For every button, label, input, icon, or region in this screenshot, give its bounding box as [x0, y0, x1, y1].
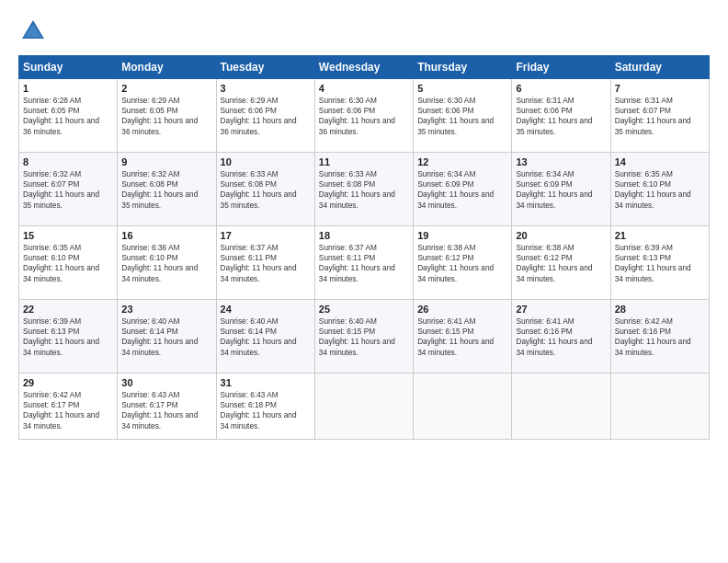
day-number: 26 — [417, 304, 507, 315]
day-number: 3 — [221, 83, 311, 94]
day-info: Sunrise: 6:37 AMSunset: 6:11 PMDaylight:… — [221, 243, 311, 284]
calendar-week-row: 1Sunrise: 6:28 AMSunset: 6:05 PMDaylight… — [19, 79, 710, 153]
day-number: 11 — [319, 156, 409, 167]
calendar-cell — [512, 373, 610, 440]
calendar-cell — [414, 373, 512, 440]
day-info: Sunrise: 6:31 AMSunset: 6:06 PMDaylight:… — [516, 96, 606, 137]
calendar-cell: 12Sunrise: 6:34 AMSunset: 6:09 PMDayligh… — [414, 153, 512, 226]
calendar-week-row: 8Sunrise: 6:32 AMSunset: 6:07 PMDaylight… — [19, 153, 710, 226]
day-info: Sunrise: 6:28 AMSunset: 6:05 PMDaylight:… — [23, 96, 113, 137]
day-info: Sunrise: 6:43 AMSunset: 6:17 PMDaylight:… — [121, 390, 211, 431]
logo-icon — [18, 17, 48, 46]
day-number: 5 — [417, 83, 507, 94]
calendar-cell — [314, 373, 413, 440]
calendar-cell: 1Sunrise: 6:28 AMSunset: 6:05 PMDaylight… — [19, 79, 118, 153]
calendar-cell: 15Sunrise: 6:35 AMSunset: 6:10 PMDayligh… — [19, 226, 118, 300]
day-number: 30 — [121, 377, 211, 388]
day-info: Sunrise: 6:32 AMSunset: 6:07 PMDaylight:… — [23, 169, 113, 211]
calendar-cell: 2Sunrise: 6:29 AMSunset: 6:05 PMDaylight… — [118, 79, 216, 153]
calendar-cell: 5Sunrise: 6:30 AMSunset: 6:06 PMDaylight… — [414, 79, 512, 153]
day-number: 7 — [615, 83, 705, 94]
calendar-cell: 4Sunrise: 6:30 AMSunset: 6:06 PMDaylight… — [314, 79, 413, 153]
calendar-cell: 30Sunrise: 6:43 AMSunset: 6:17 PMDayligh… — [118, 373, 216, 440]
calendar-cell — [610, 373, 709, 440]
day-info: Sunrise: 6:40 AMSunset: 6:15 PMDaylight:… — [319, 316, 409, 358]
calendar-header-wednesday: Wednesday — [314, 56, 413, 79]
header — [18, 17, 710, 46]
day-info: Sunrise: 6:35 AMSunset: 6:10 PMDaylight:… — [615, 169, 705, 211]
day-info: Sunrise: 6:38 AMSunset: 6:12 PMDaylight:… — [516, 243, 606, 284]
day-number: 29 — [23, 377, 113, 388]
calendar-table: SundayMondayTuesdayWednesdayThursdayFrid… — [18, 55, 710, 440]
calendar-cell: 9Sunrise: 6:32 AMSunset: 6:08 PMDaylight… — [118, 153, 216, 226]
day-info: Sunrise: 6:36 AMSunset: 6:10 PMDaylight:… — [121, 243, 211, 284]
day-number: 18 — [319, 230, 409, 241]
day-number: 23 — [121, 304, 211, 315]
day-number: 13 — [516, 156, 606, 167]
page: SundayMondayTuesdayWednesdayThursdayFrid… — [0, 0, 728, 563]
day-number: 10 — [221, 156, 311, 167]
calendar-week-row: 22Sunrise: 6:39 AMSunset: 6:13 PMDayligh… — [19, 300, 710, 373]
calendar-cell: 11Sunrise: 6:33 AMSunset: 6:08 PMDayligh… — [314, 153, 413, 226]
day-info: Sunrise: 6:34 AMSunset: 6:09 PMDaylight:… — [417, 169, 507, 211]
calendar-cell: 19Sunrise: 6:38 AMSunset: 6:12 PMDayligh… — [414, 226, 512, 300]
day-info: Sunrise: 6:42 AMSunset: 6:16 PMDaylight:… — [615, 316, 705, 358]
day-number: 27 — [516, 304, 606, 315]
calendar-cell: 16Sunrise: 6:36 AMSunset: 6:10 PMDayligh… — [118, 226, 216, 300]
day-number: 9 — [121, 156, 211, 167]
calendar-header-tuesday: Tuesday — [216, 56, 314, 79]
day-info: Sunrise: 6:34 AMSunset: 6:09 PMDaylight:… — [516, 169, 606, 211]
day-info: Sunrise: 6:39 AMSunset: 6:13 PMDaylight:… — [23, 316, 113, 358]
calendar-cell: 28Sunrise: 6:42 AMSunset: 6:16 PMDayligh… — [610, 300, 709, 373]
day-info: Sunrise: 6:38 AMSunset: 6:12 PMDaylight:… — [417, 243, 507, 284]
day-info: Sunrise: 6:40 AMSunset: 6:14 PMDaylight:… — [221, 316, 311, 358]
day-info: Sunrise: 6:39 AMSunset: 6:13 PMDaylight:… — [615, 243, 705, 284]
calendar-header-saturday: Saturday — [610, 56, 709, 79]
day-number: 22 — [23, 304, 113, 315]
day-info: Sunrise: 6:40 AMSunset: 6:14 PMDaylight:… — [121, 316, 211, 358]
day-number: 28 — [615, 304, 705, 315]
day-info: Sunrise: 6:29 AMSunset: 6:05 PMDaylight:… — [121, 96, 211, 137]
calendar-cell: 14Sunrise: 6:35 AMSunset: 6:10 PMDayligh… — [610, 153, 709, 226]
calendar-cell: 20Sunrise: 6:38 AMSunset: 6:12 PMDayligh… — [512, 226, 610, 300]
day-number: 6 — [516, 83, 606, 94]
day-info: Sunrise: 6:33 AMSunset: 6:08 PMDaylight:… — [319, 169, 409, 211]
calendar-week-row: 15Sunrise: 6:35 AMSunset: 6:10 PMDayligh… — [19, 226, 710, 300]
calendar-week-row: 29Sunrise: 6:42 AMSunset: 6:17 PMDayligh… — [19, 373, 710, 440]
day-number: 16 — [121, 230, 211, 241]
calendar-cell: 23Sunrise: 6:40 AMSunset: 6:14 PMDayligh… — [118, 300, 216, 373]
calendar-cell: 6Sunrise: 6:31 AMSunset: 6:06 PMDaylight… — [512, 79, 610, 153]
day-info: Sunrise: 6:29 AMSunset: 6:06 PMDaylight:… — [221, 96, 311, 137]
day-number: 31 — [221, 377, 311, 388]
calendar-cell: 27Sunrise: 6:41 AMSunset: 6:16 PMDayligh… — [512, 300, 610, 373]
calendar-cell: 18Sunrise: 6:37 AMSunset: 6:11 PMDayligh… — [314, 226, 413, 300]
day-number: 4 — [319, 83, 409, 94]
calendar-cell: 24Sunrise: 6:40 AMSunset: 6:14 PMDayligh… — [216, 300, 314, 373]
calendar-cell: 29Sunrise: 6:42 AMSunset: 6:17 PMDayligh… — [19, 373, 118, 440]
day-info: Sunrise: 6:31 AMSunset: 6:07 PMDaylight:… — [615, 96, 705, 137]
day-info: Sunrise: 6:43 AMSunset: 6:18 PMDaylight:… — [221, 390, 311, 431]
day-number: 15 — [23, 230, 113, 241]
day-info: Sunrise: 6:30 AMSunset: 6:06 PMDaylight:… — [417, 96, 507, 137]
calendar-cell: 21Sunrise: 6:39 AMSunset: 6:13 PMDayligh… — [610, 226, 709, 300]
calendar-cell: 22Sunrise: 6:39 AMSunset: 6:13 PMDayligh… — [19, 300, 118, 373]
calendar-header-friday: Friday — [512, 56, 610, 79]
calendar-cell: 8Sunrise: 6:32 AMSunset: 6:07 PMDaylight… — [19, 153, 118, 226]
calendar-cell: 26Sunrise: 6:41 AMSunset: 6:15 PMDayligh… — [414, 300, 512, 373]
day-number: 21 — [615, 230, 705, 241]
day-number: 19 — [417, 230, 507, 241]
day-number: 1 — [23, 83, 113, 94]
day-info: Sunrise: 6:30 AMSunset: 6:06 PMDaylight:… — [319, 96, 409, 137]
calendar-cell: 7Sunrise: 6:31 AMSunset: 6:07 PMDaylight… — [610, 79, 709, 153]
calendar-header-sunday: Sunday — [19, 56, 118, 79]
calendar-header-thursday: Thursday — [414, 56, 512, 79]
day-number: 24 — [221, 304, 311, 315]
day-info: Sunrise: 6:41 AMSunset: 6:15 PMDaylight:… — [417, 316, 507, 358]
day-info: Sunrise: 6:41 AMSunset: 6:16 PMDaylight:… — [516, 316, 606, 358]
day-number: 20 — [516, 230, 606, 241]
day-info: Sunrise: 6:35 AMSunset: 6:10 PMDaylight:… — [23, 243, 113, 284]
calendar-header-row: SundayMondayTuesdayWednesdayThursdayFrid… — [19, 56, 710, 79]
calendar-cell: 17Sunrise: 6:37 AMSunset: 6:11 PMDayligh… — [216, 226, 314, 300]
day-info: Sunrise: 6:32 AMSunset: 6:08 PMDaylight:… — [121, 169, 211, 211]
day-info: Sunrise: 6:33 AMSunset: 6:08 PMDaylight:… — [221, 169, 311, 211]
